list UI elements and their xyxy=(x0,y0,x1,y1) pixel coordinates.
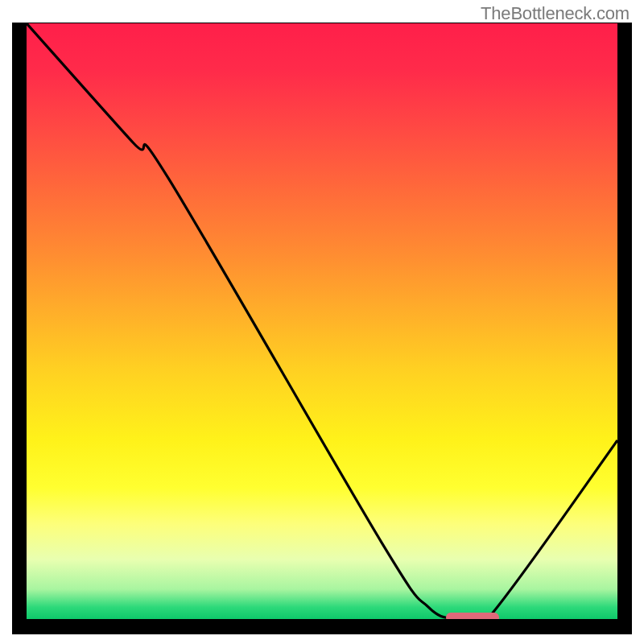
optimal-marker xyxy=(446,613,499,619)
plot-area xyxy=(27,23,617,619)
bottleneck-curve xyxy=(27,23,617,619)
plot-frame xyxy=(12,23,632,634)
watermark-text: TheBottleneck.com xyxy=(481,3,630,24)
chart-container: TheBottleneck.com xyxy=(0,0,644,644)
